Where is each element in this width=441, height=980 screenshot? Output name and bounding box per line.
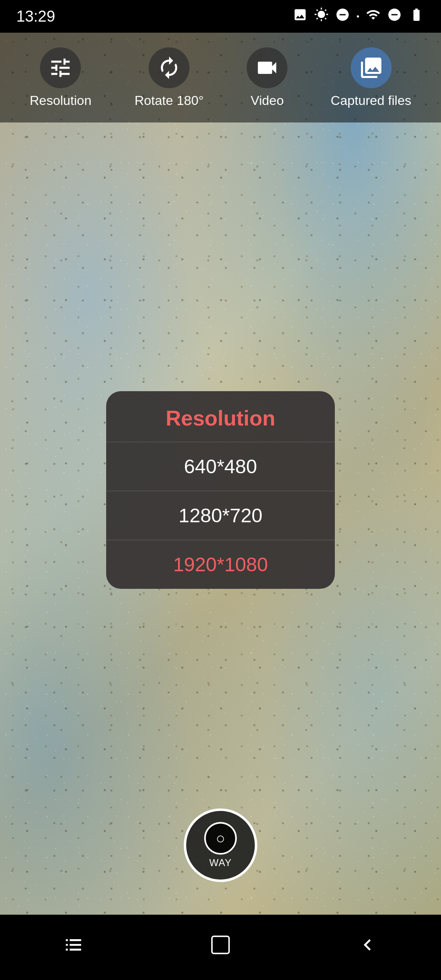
captured-label: Captured files (331, 93, 411, 108)
captured-files-icon (359, 56, 383, 80)
nav-menu-button[interactable] (46, 925, 101, 969)
back-icon (356, 933, 379, 956)
resolution-dialog: Resolution 640*480 1280*720 1920*1080 (106, 391, 335, 589)
toolbar-item-captured[interactable]: Captured files (331, 47, 411, 108)
resolution-icon-wrap (40, 47, 81, 88)
nav-bar (0, 915, 441, 980)
video-icon (255, 56, 279, 80)
toolbar: Resolution Rotate 180° Video Captured fi… (0, 33, 441, 122)
photo-icon (293, 7, 307, 25)
rotate-icon (157, 56, 181, 80)
resolution-value-1920: 1920*1080 (173, 554, 268, 575)
wifi-icon (366, 7, 381, 25)
battery-icon (408, 7, 425, 25)
resolution-icon (48, 56, 73, 80)
resolution-option-1920[interactable]: 1920*1080 (106, 540, 335, 589)
home-icon (209, 933, 232, 956)
rotate-label: Rotate 180° (134, 93, 203, 108)
dialog-title: Resolution (106, 391, 335, 442)
nav-back-button[interactable] (340, 925, 395, 969)
status-icons: • (293, 7, 425, 25)
rotate-icon-wrap (149, 47, 189, 88)
capture-icon: ○ (216, 831, 225, 846)
video-label: Video (251, 93, 284, 108)
resolution-option-1280[interactable]: 1280*720 (106, 491, 335, 540)
resolution-label: Resolution (30, 93, 91, 108)
resolution-value-1280: 1280*720 (178, 505, 263, 526)
capture-button[interactable]: ○ WAY (184, 808, 257, 882)
toolbar-item-rotate[interactable]: Rotate 180° (134, 47, 203, 108)
capture-label: WAY (209, 857, 232, 869)
capture-inner: ○ (204, 822, 237, 855)
toolbar-item-video[interactable]: Video (247, 47, 287, 108)
notification-dot: • (356, 12, 359, 21)
captured-icon-wrap (351, 47, 392, 88)
dnd2-icon (387, 7, 402, 25)
resolution-option-640[interactable]: 640*480 (106, 442, 335, 491)
nav-home-button[interactable] (193, 925, 248, 969)
svg-rect-0 (212, 936, 229, 953)
menu-icon (62, 933, 85, 956)
toolbar-item-resolution[interactable]: Resolution (30, 47, 91, 108)
status-time: 13:29 (16, 8, 55, 25)
status-bar: 13:29 • (0, 0, 441, 33)
weather-icon (314, 7, 329, 25)
resolution-value-640: 640*480 (184, 456, 257, 477)
dnd-icon (335, 7, 350, 25)
video-icon-wrap (247, 47, 287, 88)
